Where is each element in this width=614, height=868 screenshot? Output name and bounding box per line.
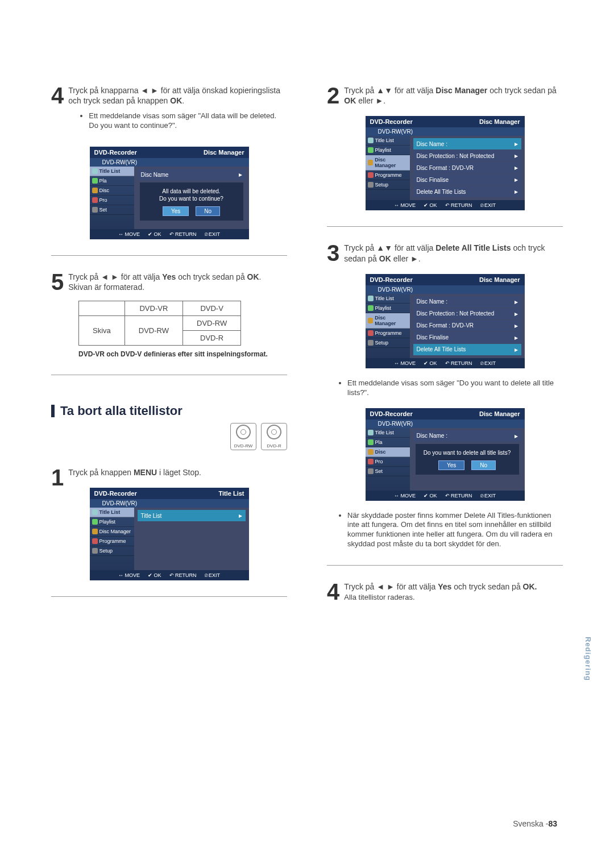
hint: ↔ MOVE [118,231,140,237]
osd-footer: ↔ MOVE ✔ OK ↶ RETURN ⎚ EXIT [366,358,525,368]
osd-title: DVD-Recorder [370,118,413,125]
side-item: Setup [99,548,113,554]
step-3: 3 Tryck på ▲▼ för att välja Delete All T… [327,243,563,263]
step-number: 3 [327,243,339,263]
osd-subtitle: DVD-RW(VR) [366,420,525,428]
dialog-no-button[interactable]: No [471,460,496,470]
disc-icon [236,425,251,439]
cell: DVD-VR [125,301,182,315]
side-item: Title List [375,430,394,435]
dialog-yes-button[interactable]: Yes [163,206,189,216]
osd-subtitle: DVD-RW(VR) [366,285,525,294]
hint: ✔ OK [148,231,161,237]
dialog-yes-button[interactable]: Yes [438,460,464,470]
osd-row-label: Disc Name [141,172,169,178]
text-bold: MENU [134,468,157,477]
side-item: Setup [375,182,389,188]
text: Tryck på knappen [68,468,134,477]
osd-row-label: Disc Finalise [417,334,449,340]
hint: ↔ MOVE [394,493,416,499]
osd-sidebar: Title List Playlist Disc Manager Program… [90,508,134,570]
osd-footer: ↔ MOVE ✔ OK ↶ RETURN ⎚ EXIT [366,200,525,210]
text: . [182,96,184,105]
dialog-line: All data will be deleted. [143,188,240,194]
arrow-icon: ▸ [515,152,518,160]
step-number: 1 [51,467,64,488]
cell: DVD-RW [183,315,241,330]
arrow-icon: ▸ [515,346,518,354]
step-text: Tryck på ◄ ► för att välja Yes och tryck… [344,582,563,603]
text-bold: Disc Manager [435,86,487,95]
osd-title: DVD-Recorder [94,149,137,156]
badge-label: DVD-RW [234,443,253,448]
arrow-icon: ▸ [515,188,518,196]
text: och tryck sedan på [487,86,556,95]
osd-row-label: Disc Protection : Not Protected [417,153,495,159]
divider [327,226,563,227]
note-item: Ett meddelande visas som säger "Do you w… [347,379,563,398]
osd-footer: ↔ MOVE ✔ OK ↶ RETURN ⎚ EXIT [366,491,525,501]
heading-text: Ta bort alla titellistor [60,404,182,418]
arrow-icon: ▸ [239,512,242,520]
side-item: Set [375,468,383,474]
cell: DVD-V [183,301,241,315]
side-item: Playlist [99,519,116,525]
osd-screenshot-title-list: DVD-RecorderTitle List DVD-RW(VR) Title … [90,488,249,580]
osd-footer: ↔ MOVE ✔ OK ↶ RETURN ⎚ EXIT [90,570,249,580]
sub-note: Alla titellistor raderas. [344,593,563,603]
side-item: Set [99,207,107,213]
arrow-icon: ▸ [515,432,518,440]
osd-subtitle: DVD-RW(VR) [90,499,249,508]
osd-screenshot-disc-manager-name: DVD-RecorderDisc Manager DVD-RW(VR) Titl… [366,116,525,210]
osd-dialog: Do you want to delete all title lists? Y… [416,444,519,475]
arrow-icon: ▸ [515,298,518,306]
step-number: 5 [51,272,64,292]
osd-screenshot-delete-confirm-dialog: DVD-RecorderDisc Manager DVD-RW(VR) Titl… [366,408,525,501]
osd-sidebar: Title List Pla Disc Pro Set [90,167,134,229]
table-note: DVD-VR och DVD-V definieras efter sitt i… [78,350,287,359]
dialog-line: Do you want to continue? [143,196,240,202]
dialog-no-button[interactable]: No [196,206,220,216]
hint: ✔ OK [424,360,437,366]
note-item: När skyddade poster finns kommer Delete … [347,511,563,550]
side-item: Pla [375,439,383,445]
side-item: Title List [99,509,121,515]
osd-row-label: Disc Name : [417,433,447,439]
cell: Skiva [79,315,125,345]
osd-subtitle: DVD-RW(VR) [366,127,525,136]
text-bold: OK [247,272,259,281]
side-item: Disc Manager [375,157,407,168]
arrow-icon: ▸ [515,164,518,172]
text-bold: OK. [523,582,537,591]
footer-lang: Svenska - [513,819,548,828]
badge-dvd-rw: DVD-RW [230,423,256,450]
text: i läget Stop. [157,468,201,477]
side-item: Pro [375,459,383,464]
text: Tryck på ◄ ► för att välja [344,582,438,591]
text: och tryck sedan på [176,272,247,281]
hint: ↔ MOVE [118,572,140,578]
text: eller ►. [356,96,385,105]
step-text: Tryck på knappen MENU i läget Stop. [68,467,287,477]
osd-footer: ↔ MOVE ✔ OK ↶ RETURN ⎚ EXIT [90,229,249,239]
osd-row-label: Disc Name : [417,141,447,147]
side-item: Playlist [375,305,392,311]
text-bold: Yes [162,272,176,281]
divider [51,375,287,375]
hint: ↶ RETURN [445,202,472,208]
side-item: Title List [375,296,394,301]
osd-row-label: Disc Finalise [417,177,449,183]
text: eller ►. [391,254,421,263]
footer-page: 83 [548,819,557,828]
osd-row-label: Delete All Title Lists [417,346,466,352]
side-item: Title List [375,138,394,143]
badge-label: DVD-R [267,443,281,448]
text-bold: Delete All Title Lists [435,243,511,252]
osd-subtitle: DVD-RW(VR) [90,158,249,167]
osd-sidebar: Title List Pla Disc Pro Set [366,428,410,491]
text: Tryck på ▲▼ för att välja [344,243,435,252]
hint: ↔ MOVE [394,360,416,366]
hint: ↶ RETURN [445,360,472,366]
step-5: 5 Tryck på ◄ ► för att välja Yes och try… [51,272,287,292]
step-4-left: 4 Tryck på knapparna ◄ ► för att välja ö… [51,85,287,136]
